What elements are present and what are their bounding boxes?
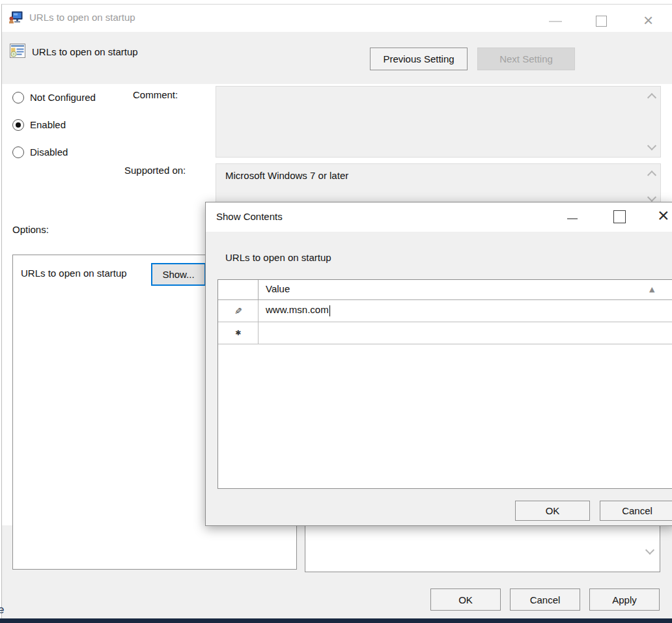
- text-caret: [329, 305, 330, 316]
- scroll-up-icon[interactable]: [647, 93, 656, 102]
- maximize-icon[interactable]: [613, 210, 626, 223]
- table-header-row: Value ▲: [218, 280, 672, 300]
- comment-textarea[interactable]: [216, 86, 661, 158]
- scroll-down-icon[interactable]: [645, 546, 654, 555]
- minimize-icon[interactable]: [567, 218, 578, 219]
- screen: URLs to open on startup × URLs to open o…: [0, 0, 672, 623]
- show-contents-dialog: Show Contents × URLs to open on startup …: [205, 202, 672, 526]
- show-contents-titlebar: Show Contents ×: [206, 202, 672, 232]
- show-button[interactable]: Show...: [151, 263, 206, 286]
- value-cell[interactable]: www.msn.com: [266, 304, 330, 316]
- policy-setting-icon: [10, 44, 25, 58]
- radio-dot-disabled[interactable]: [12, 146, 24, 158]
- radio-label: Disabled: [30, 146, 68, 159]
- radio-label: Enabled: [30, 118, 66, 132]
- dialog-caption: URLs to open on startup: [225, 252, 331, 263]
- row-edit-marker: ✎: [218, 300, 259, 322]
- table-row-new[interactable]: ✱: [218, 322, 672, 344]
- policy-name: URLs to open on startup: [32, 46, 138, 57]
- policy-header-band: URLs to open on startup Previous Setting…: [2, 32, 672, 84]
- radio-disabled[interactable]: Disabled: [12, 145, 68, 159]
- comment-label: Comment:: [133, 89, 178, 102]
- scroll-down-icon[interactable]: [647, 141, 656, 150]
- dialog-cancel-button[interactable]: Cancel: [600, 501, 672, 521]
- radio-not-configured[interactable]: Not Configured: [12, 90, 96, 105]
- previous-setting-button[interactable]: Previous Setting: [370, 48, 468, 70]
- maximize-icon[interactable]: [596, 16, 607, 27]
- help-panel[interactable]: [305, 521, 660, 572]
- options-label: Options:: [12, 223, 49, 236]
- next-setting-button: Next Setting: [477, 48, 575, 70]
- dialog-title: Show Contents: [216, 211, 283, 222]
- close-icon[interactable]: ×: [658, 206, 669, 225]
- radio-dot-not-configured[interactable]: [12, 92, 24, 104]
- new-entry-asterisk-icon: ✱: [235, 329, 241, 337]
- supported-on-value: Microsoft Windows 7 or later: [216, 164, 660, 187]
- minimize-icon[interactable]: [549, 21, 562, 22]
- option-row-label: URLs to open on startup: [21, 267, 127, 280]
- background-artifact: e: [0, 603, 4, 616]
- close-icon[interactable]: ×: [643, 12, 653, 29]
- table-row[interactable]: ✎ www.msn.com: [218, 300, 672, 322]
- value-text: www.msn.com: [266, 304, 329, 315]
- row-new-marker: ✱: [218, 322, 259, 344]
- radio-label: Not Configured: [30, 91, 96, 104]
- values-table: Value ▲ ✎ www.msn.com ✱: [217, 279, 672, 489]
- scroll-down-icon[interactable]: [647, 193, 656, 202]
- dialog-ok-button[interactable]: OK: [515, 501, 590, 521]
- bottom-navy-strip: [0, 618, 672, 623]
- radio-dot-enabled[interactable]: [12, 119, 24, 131]
- cancel-button[interactable]: Cancel: [510, 588, 580, 611]
- radio-enabled[interactable]: Enabled: [12, 118, 66, 132]
- app-icon: [8, 11, 23, 24]
- value-column-header[interactable]: Value: [266, 283, 290, 294]
- edit-pencil-icon: ✎: [234, 306, 242, 316]
- window-title: URLs to open on startup: [29, 12, 135, 23]
- row-marker-column-header[interactable]: [218, 280, 259, 299]
- supported-on-textarea[interactable]: Microsoft Windows 7 or later: [216, 163, 661, 206]
- sort-ascending-icon[interactable]: ▲: [649, 285, 654, 294]
- apply-button[interactable]: Apply: [589, 588, 660, 611]
- supported-on-label: Supported on:: [124, 164, 186, 177]
- main-titlebar: URLs to open on startup ×: [2, 5, 672, 32]
- ok-button[interactable]: OK: [430, 588, 501, 611]
